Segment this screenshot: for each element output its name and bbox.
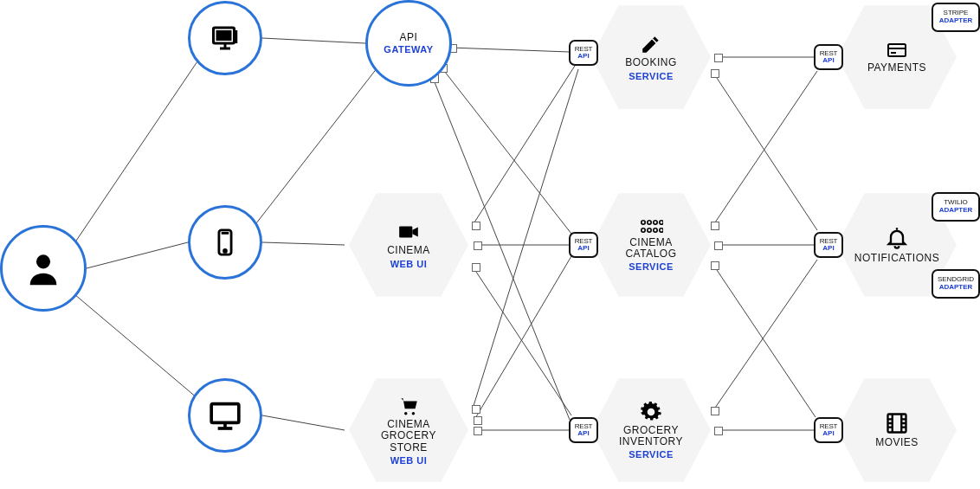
svg-rect-25: [216, 30, 232, 41]
svg-point-45: [660, 228, 663, 232]
svg-line-13: [473, 69, 578, 409]
grocery-svc-title: GROCERY INVENTORY: [603, 425, 699, 447]
rest-api-port-movies: RESTAPI: [814, 417, 843, 443]
svg-rect-46: [888, 44, 906, 56]
mobile-icon: [210, 228, 240, 257]
svg-point-39: [648, 221, 651, 224]
handle: [711, 69, 719, 78]
svg-line-7: [450, 48, 570, 52]
monitor-icon: [208, 398, 242, 433]
svg-line-6: [262, 415, 345, 430]
film-icon: [885, 411, 909, 435]
booking-subtitle: SERVICE: [629, 71, 674, 81]
handle: [472, 263, 480, 272]
gateway-subtitle: GATEWAY: [384, 44, 433, 55]
card-icon: [884, 40, 910, 61]
notifications-title: NOTIFICATIONS: [854, 253, 939, 264]
cart-icon: [397, 395, 421, 417]
svg-point-23: [36, 254, 50, 268]
api-gateway-node: API GATEWAY: [365, 0, 452, 87]
grocery-webui-title: CINEMA GROCERY STORE: [361, 419, 456, 454]
user-icon: [23, 248, 63, 288]
svg-line-17: [713, 73, 817, 230]
cinema-webui-title: CINEMA: [387, 245, 430, 256]
rest-api-port-catalog: RESTAPI: [569, 232, 598, 258]
handle: [714, 427, 723, 435]
rest-api-port-payments: RESTAPI: [814, 44, 843, 70]
camera-icon: [396, 221, 422, 243]
catalog-service-node: CINEMA CATALOG SERVICE: [586, 189, 716, 301]
payments-title: PAYMENTS: [867, 62, 926, 74]
handle: [714, 54, 723, 62]
handle: [472, 405, 480, 414]
client-tv-node: [188, 378, 262, 453]
rest-api-port-grocery: RESTAPI: [569, 417, 598, 443]
gateway-title: API: [400, 32, 418, 43]
user-node: [0, 225, 87, 312]
handle: [711, 261, 719, 270]
svg-line-2: [74, 294, 197, 398]
rest-api-port-booking: RESTAPI: [569, 40, 598, 66]
pencil-icon: [640, 33, 662, 55]
stripe-adapter: STRIPE ADAPTER: [932, 3, 980, 32]
svg-rect-35: [399, 227, 412, 238]
grid-dots-icon: [639, 218, 663, 235]
svg-rect-28: [235, 30, 237, 43]
twilio-adapter: TWILIO ADAPTER: [932, 192, 980, 222]
catalog-title: CINEMA CATALOG: [603, 237, 699, 260]
svg-line-4: [256, 68, 377, 223]
booking-title: BOOKING: [625, 57, 677, 68]
svg-line-0: [73, 59, 199, 246]
grocery-service-node: GROCERY INVENTORY SERVICE: [586, 374, 716, 486]
sendgrid-adapter: SENDGRID ADAPTER: [932, 269, 980, 299]
svg-line-12: [473, 267, 571, 415]
svg-line-5: [262, 242, 345, 245]
rest-api-port-notifications: RESTAPI: [814, 232, 843, 258]
svg-line-20: [713, 265, 816, 417]
svg-point-30: [224, 250, 227, 253]
handle: [474, 427, 482, 435]
svg-point-38: [642, 221, 645, 224]
svg-point-40: [654, 221, 657, 224]
desktop-icon: [210, 23, 241, 54]
svg-line-14: [474, 256, 571, 420]
handle: [474, 416, 482, 425]
grocery-svc-subtitle: SERVICE: [629, 449, 674, 460]
client-desktop-node: [188, 1, 262, 75]
handle: [714, 241, 723, 250]
svg-line-10: [473, 66, 575, 225]
svg-point-41: [660, 221, 663, 224]
catalog-subtitle: SERVICE: [629, 261, 674, 272]
svg-point-43: [648, 228, 651, 232]
handle: [711, 407, 719, 415]
bell-icon: [885, 225, 909, 251]
svg-line-3: [262, 38, 365, 43]
client-mobile-node: [188, 205, 262, 280]
handle: [472, 222, 480, 230]
svg-line-8: [442, 68, 571, 234]
gear-icon: [640, 401, 662, 423]
svg-line-18: [713, 71, 817, 225]
booking-service-node: BOOKING SERVICE: [586, 1, 716, 113]
grocery-webui-subtitle: WEB UI: [390, 455, 428, 466]
grocery-webui-node: CINEMA GROCERY STORE WEB UI: [344, 374, 474, 486]
svg-point-36: [404, 412, 407, 415]
cinema-webui-node: CINEMA WEB UI: [344, 189, 474, 301]
svg-point-42: [642, 228, 645, 232]
handle: [474, 241, 482, 250]
movies-title: MOVIES: [875, 437, 919, 448]
svg-rect-32: [211, 404, 239, 423]
handle: [711, 222, 719, 230]
svg-line-21: [713, 260, 817, 410]
svg-line-1: [87, 242, 188, 268]
svg-point-37: [412, 412, 415, 415]
movies-node: MOVIES: [832, 374, 962, 486]
svg-point-44: [654, 228, 657, 232]
cinema-webui-subtitle: WEB UI: [390, 259, 428, 269]
